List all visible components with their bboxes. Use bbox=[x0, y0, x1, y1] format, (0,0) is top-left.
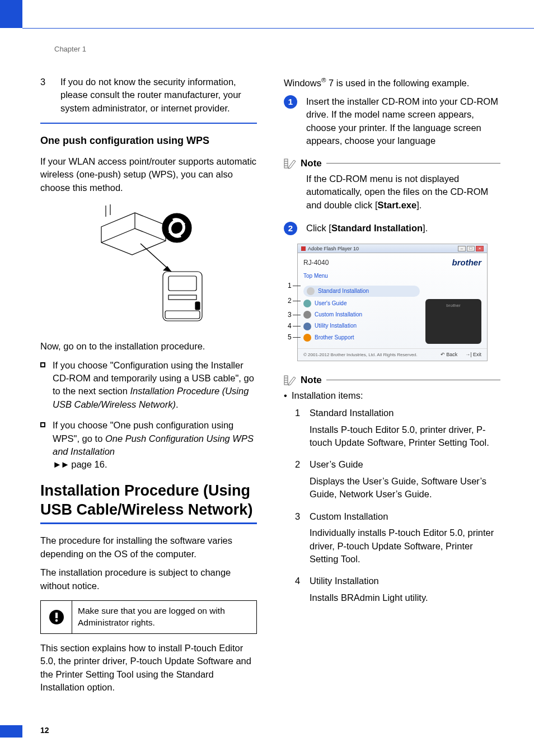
svg-point-2 bbox=[162, 213, 191, 242]
back-button[interactable]: ↶ Back bbox=[441, 351, 458, 358]
item-desc: Installs P-touch Editor 5.0, printer dri… bbox=[310, 423, 500, 450]
callout-2: 2 bbox=[288, 297, 292, 304]
list-item-text: If you do not know the security informat… bbox=[60, 76, 257, 115]
menu-item-standard[interactable]: Standard Installation bbox=[303, 286, 420, 297]
maximize-icon[interactable]: □ bbox=[467, 246, 475, 251]
note-heading: Note bbox=[284, 157, 500, 170]
item-title: Utility Installation bbox=[310, 575, 500, 587]
window-buttons: –□× bbox=[458, 246, 484, 251]
installer-screenshot: 1 2 3 4 5 Adobe Flash Player 10 –□× RJ-4… bbox=[297, 244, 488, 361]
bottom-accent bbox=[0, 725, 22, 738]
windows-note: Windows® 7 is used in the following exam… bbox=[284, 76, 500, 90]
admin-warning: Make sure that you are logged on with Ad… bbox=[40, 600, 257, 634]
callout-labels: 1 2 3 4 5 bbox=[288, 279, 301, 343]
svg-rect-8 bbox=[168, 276, 196, 291]
item-title: Custom Installation bbox=[310, 510, 500, 523]
bullet-text-end: page 16. bbox=[69, 459, 107, 469]
section-para-1: The procedure for installing the softwar… bbox=[40, 534, 257, 561]
callout-5: 5 bbox=[288, 334, 292, 340]
note-heading: Note bbox=[284, 374, 500, 387]
book-icon bbox=[303, 300, 311, 307]
note-rule bbox=[326, 380, 500, 380]
left-column: 3 If you do not know the security inform… bbox=[40, 76, 257, 717]
step-number-badge: 1 bbox=[284, 95, 297, 109]
svg-rect-13 bbox=[55, 613, 58, 618]
menu-item-custom[interactable]: Custom Installation bbox=[303, 309, 420, 320]
install-item-4: 4 Utility Installation Installs BRAdmin … bbox=[284, 575, 500, 604]
svg-rect-10 bbox=[195, 302, 200, 310]
item-desc: Installs BRAdmin Light utility. bbox=[310, 591, 500, 604]
page-number: 12 bbox=[40, 726, 49, 735]
close-icon[interactable]: × bbox=[476, 246, 484, 251]
chapter-label: Chapter 1 bbox=[54, 45, 86, 53]
wps-heading: One push configuration using WPS bbox=[40, 134, 257, 148]
heading-line-2: USB Cable/Wireless Network) bbox=[40, 501, 252, 518]
installer-window-title: Adobe Flash Player 10 bbox=[308, 245, 359, 253]
installer-body: Standard Installation User's Guide Custo… bbox=[298, 282, 487, 348]
note-2: Note Installation items: 1 Standard Inst… bbox=[284, 374, 500, 605]
step-number-badge: 2 bbox=[284, 222, 297, 235]
item-desc: Individually installs P-touch Editor 5.0… bbox=[310, 526, 500, 566]
item-number: 2 bbox=[295, 458, 300, 471]
installer-header: RJ-4040 brother bbox=[298, 253, 487, 272]
support-icon bbox=[303, 334, 311, 342]
app-icon bbox=[301, 246, 306, 251]
menu-item-utility[interactable]: Utility Installation bbox=[303, 320, 420, 332]
installer-footer: © 2001-2012 Brother Industries, Ltd. All… bbox=[298, 348, 487, 361]
item-number: 4 bbox=[295, 575, 300, 587]
svg-point-14 bbox=[55, 619, 57, 622]
page-ref-arrows: ►► bbox=[53, 459, 69, 469]
exclamation-icon bbox=[49, 609, 64, 625]
install-item-3: 3 Custom Installation Individually insta… bbox=[284, 510, 500, 566]
menu-label: Custom Installation bbox=[315, 311, 362, 319]
item-title: Standard Installation bbox=[310, 407, 500, 419]
warning-icon-cell bbox=[41, 601, 72, 633]
section-heading: Installation Procedure (Using USB Cable/… bbox=[40, 482, 257, 520]
menu-item-guide[interactable]: User's Guide bbox=[303, 298, 420, 309]
install-item-2: 2 User’s Guide Displays the User’s Guide… bbox=[284, 458, 500, 501]
note-label: Note bbox=[301, 374, 322, 387]
menu-item-support[interactable]: Brother Support bbox=[303, 332, 420, 343]
wps-illustration bbox=[79, 204, 219, 328]
list-number: 3 bbox=[40, 76, 45, 88]
note-text-end: ]. bbox=[416, 200, 421, 210]
svg-rect-11 bbox=[165, 311, 200, 319]
callout-4: 4 bbox=[288, 323, 292, 329]
heading-line-1: Installation Procedure (Using bbox=[40, 482, 250, 499]
callout-3: 3 bbox=[288, 311, 292, 318]
installer-model: RJ-4040 bbox=[303, 258, 329, 268]
menu-label: Brother Support bbox=[315, 334, 354, 342]
wps-paragraph: If your WLAN access point/router support… bbox=[40, 155, 257, 194]
installer-titlebar: Adobe Flash Player 10 –□× bbox=[298, 244, 487, 253]
menu-label: Standard Installation bbox=[318, 287, 369, 295]
item-desc: Displays the User’s Guide, Software User… bbox=[310, 475, 500, 501]
item-title: User’s Guide bbox=[310, 458, 500, 471]
continued-list-item: 3 If you do not know the security inform… bbox=[40, 76, 257, 115]
page: Chapter 1 12 3 If you do not know the se… bbox=[0, 0, 534, 756]
section-para-2: The installation procedure is subject to… bbox=[40, 566, 257, 592]
divider bbox=[40, 123, 257, 124]
heading-rule bbox=[40, 522, 257, 524]
side-accent bbox=[0, 0, 22, 28]
square-bullet-icon bbox=[40, 362, 45, 367]
after-figure-text: Now, go on to the installation procedure… bbox=[40, 340, 257, 353]
step-2: 2 Click [Standard Installation]. bbox=[284, 222, 500, 235]
step-text: Click [ bbox=[306, 223, 331, 233]
minimize-icon[interactable]: – bbox=[458, 246, 466, 251]
step-1: 1 Insert the installer CD-ROM into your … bbox=[284, 95, 500, 148]
step-text-end: ]. bbox=[423, 223, 428, 233]
exit-button[interactable]: →| Exit bbox=[465, 351, 481, 358]
installer-brand: brother bbox=[452, 256, 482, 268]
installer-menu: Standard Installation User's Guide Custo… bbox=[303, 284, 420, 344]
bullet-item-1: If you choose "Configuration using the I… bbox=[40, 359, 257, 412]
callout-1: 1 bbox=[288, 282, 292, 289]
note-rule bbox=[326, 163, 500, 164]
right-column: Windows® 7 is used in the following exam… bbox=[284, 76, 500, 717]
item-number: 1 bbox=[295, 407, 300, 419]
menu-label: User's Guide bbox=[315, 300, 347, 307]
menu-label: Utility Installation bbox=[315, 322, 357, 330]
installer-copyright: © 2001-2012 Brother Industries, Ltd. All… bbox=[303, 352, 418, 358]
note-pencil-icon bbox=[284, 375, 296, 386]
top-rule bbox=[22, 28, 534, 29]
square-bullet-icon bbox=[40, 422, 45, 427]
